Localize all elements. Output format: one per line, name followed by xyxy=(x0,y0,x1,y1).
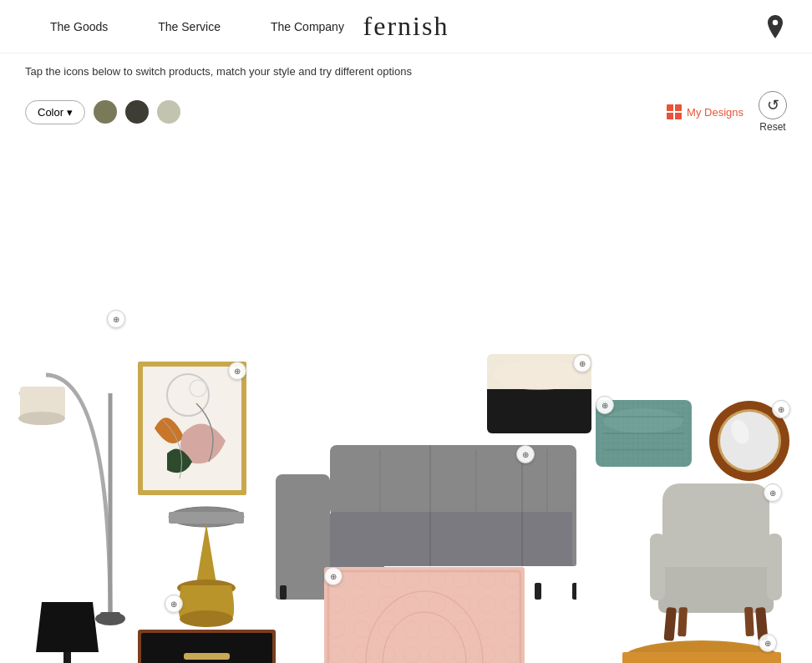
svg-rect-42 xyxy=(535,583,541,600)
side-table-switch[interactable]: ⊕ xyxy=(165,595,183,613)
sofa-switch[interactable]: ⊕ xyxy=(516,445,535,463)
my-designs-button[interactable]: My Designs xyxy=(667,104,743,119)
pillow1[interactable]: ⊕ xyxy=(487,354,591,433)
svg-rect-38 xyxy=(276,474,330,600)
my-designs-icon xyxy=(667,104,682,119)
color-swatch-1[interactable] xyxy=(94,100,117,124)
nav-goods[interactable]: The Goods xyxy=(25,0,133,53)
floor-lamp-switch[interactable]: ⊕ xyxy=(107,310,125,328)
color-swatch-2[interactable] xyxy=(125,100,149,124)
coffee-table[interactable]: ⊕ xyxy=(618,634,785,663)
svg-rect-39 xyxy=(572,474,576,566)
side-table[interactable]: ⊕ xyxy=(165,492,248,630)
svg-rect-7 xyxy=(63,652,71,663)
svg-marker-6 xyxy=(36,602,99,652)
svg-rect-71 xyxy=(658,567,774,613)
svg-point-68 xyxy=(720,412,779,470)
chair-switch[interactable]: ⊕ xyxy=(764,483,782,502)
svg-rect-79 xyxy=(622,652,781,663)
art-frame-switch[interactable]: ⊕ xyxy=(228,362,246,380)
svg-rect-17 xyxy=(169,512,244,524)
main-nav: The Goods The Service The Company xyxy=(25,0,369,53)
chevron-down-icon: ▾ xyxy=(67,106,73,119)
svg-rect-56 xyxy=(487,389,591,396)
svg-rect-53 xyxy=(324,567,525,663)
toolbar-left: Color ▾ xyxy=(25,100,180,124)
rug[interactable]: ⊕ xyxy=(324,567,525,663)
svg-rect-24 xyxy=(184,653,230,660)
nav-service[interactable]: The Service xyxy=(133,0,246,53)
svg-rect-73 xyxy=(767,534,782,600)
rug-switch[interactable]: ⊕ xyxy=(324,567,343,585)
toolbar-right: My Designs ↺ Reset xyxy=(667,91,787,133)
pillow1-switch[interactable]: ⊕ xyxy=(573,354,591,372)
svg-rect-28 xyxy=(330,445,576,516)
svg-rect-43 xyxy=(572,583,576,600)
location-icon[interactable] xyxy=(764,15,787,38)
svg-rect-76 xyxy=(678,607,688,636)
subtitle: Tap the icons below to switch products, … xyxy=(0,53,812,86)
dresser[interactable]: ⊕ xyxy=(138,621,276,663)
svg-rect-70 xyxy=(662,483,769,575)
color-button[interactable]: Color ▾ xyxy=(25,100,85,124)
reset-button[interactable]: ↺ Reset xyxy=(759,91,787,133)
pillow2[interactable]: ⊕ xyxy=(596,396,692,471)
art-frame[interactable]: ⊕ xyxy=(138,362,246,495)
toolbar: Color ▾ My Designs ↺ Reset xyxy=(0,86,812,143)
svg-rect-44 xyxy=(280,585,287,600)
svg-rect-5 xyxy=(100,612,120,619)
my-designs-label: My Designs xyxy=(687,106,743,119)
color-swatch-3[interactable] xyxy=(157,100,180,124)
arm-chair[interactable]: ⊕ xyxy=(650,483,782,642)
mirror[interactable]: ⊕ xyxy=(708,400,790,482)
pillow2-switch[interactable]: ⊕ xyxy=(596,396,614,414)
svg-point-62 xyxy=(603,408,683,433)
table-lamp[interactable]: ⊕ xyxy=(32,602,103,663)
svg-point-2 xyxy=(18,412,65,425)
nav-company[interactable]: The Company xyxy=(246,0,369,53)
color-btn-label: Color xyxy=(38,106,63,119)
mirror-switch[interactable]: ⊕ xyxy=(772,400,790,418)
svg-point-57 xyxy=(493,360,585,390)
reset-icon: ↺ xyxy=(759,91,787,119)
reset-label: Reset xyxy=(759,121,785,133)
header: The Goods The Service The Company fernis… xyxy=(0,0,812,53)
floor-lamp[interactable]: ⊕ xyxy=(17,310,125,627)
svg-rect-72 xyxy=(650,534,665,600)
logo: fernish xyxy=(363,11,449,42)
svg-marker-18 xyxy=(196,524,216,584)
svg-rect-77 xyxy=(744,607,754,636)
design-canvas: ⊕ ⊕ xyxy=(0,143,812,663)
coffee-table-switch[interactable]: ⊕ xyxy=(759,634,777,652)
